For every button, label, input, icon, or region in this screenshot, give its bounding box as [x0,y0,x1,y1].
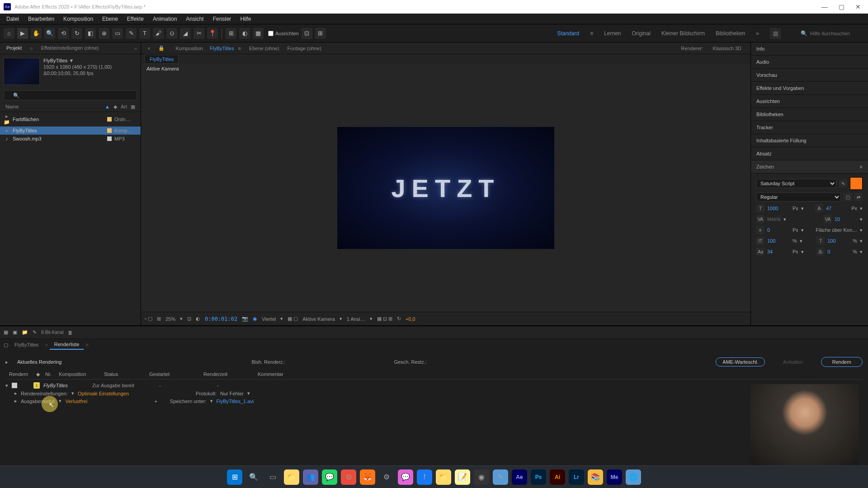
grid-icon[interactable]: ⊞ [157,316,161,322]
refresh-icon[interactable]: ↻ [397,316,401,322]
hscale-value[interactable]: 100 [827,238,850,244]
maximize-icon[interactable]: ▢ [839,3,844,10]
trash-icon[interactable]: 🗑 [68,330,73,335]
timecode[interactable]: 0:00:01:02 [205,316,237,322]
row-checkbox[interactable] [12,383,17,388]
expand-icon[interactable]: ▸ [5,359,8,365]
puppet-tool-icon[interactable]: 📍 [207,28,218,39]
timeline-icon[interactable]: ▢ [4,342,8,348]
taskbar-ae-icon[interactable]: Ae [512,469,527,485]
panel-tracker[interactable]: Tracker [751,121,868,134]
close-icon[interactable]: ✕ [855,3,861,10]
taskbar-teams-icon[interactable]: 👥 [303,469,318,485]
taskbar-lr-icon[interactable]: Lr [569,469,584,485]
vscale-value[interactable]: 100 [767,238,790,244]
zoom-value[interactable]: 25% [165,316,175,322]
panel-zeichen-header[interactable]: Zeichen≡ [751,160,868,174]
kerning-value[interactable]: Metrik [767,216,781,222]
pen-tool-icon[interactable]: ✎ [126,28,137,39]
menu-komposition[interactable]: Komposition [59,14,98,24]
stroke-swatch-icon[interactable]: ▢ [844,193,852,201]
taskbar-facebook-icon[interactable]: f [417,469,432,485]
stroke-width-value[interactable]: 0 [767,227,790,233]
taskbar-search-icon[interactable]: 🔍 [246,469,261,485]
minimize-icon[interactable]: — [821,3,828,10]
workspace-bibliotheken[interactable]: Bibliotheken [716,30,745,37]
type-tool-icon[interactable]: T [139,28,150,39]
viewer-tab-footage[interactable]: Footage (ohne) [285,46,324,51]
tsume-value[interactable]: 0 [827,249,850,254]
bit-depth[interactable]: 8-Bit-Kanal [41,330,63,335]
tracking-value[interactable]: 10 [835,216,857,222]
font-family-select[interactable]: Saturday Script [756,179,836,188]
panel-effekte[interactable]: Effekte und Vorgaben [751,82,868,95]
viewer-close-icon[interactable]: × [145,46,153,51]
color-icon[interactable]: ◉ [253,316,257,322]
panel-menu-icon[interactable]: » [134,46,137,51]
fill-color-swatch[interactable] [850,177,863,190]
proxy-icon[interactable]: ▦ [253,28,264,39]
taskbar-taskview-icon[interactable]: ▭ [265,469,280,485]
taskbar-edit-icon[interactable]: ✎ [493,469,508,485]
roto-tool-icon[interactable]: ✂ [193,28,204,39]
new-folder-icon[interactable]: 📁 [22,329,28,335]
tab-timeline[interactable]: FlyByTitles [10,340,43,349]
flow-tab[interactable]: FlyByTitles [145,55,179,64]
taskbar-start-icon[interactable]: ⊞ [227,469,242,485]
col-label-icon[interactable]: ◆ [112,104,119,110]
workspace-standard[interactable]: Standard [557,30,579,37]
magnify-icon[interactable]: ▫ ▢ [145,316,152,322]
mask-icon[interactable]: ◐ [239,28,250,39]
project-item-folder[interactable]: ▸ 📁 Farbflächen Ordn… [0,112,141,127]
workspace-original[interactable]: Original [632,30,651,37]
workspace-more-icon[interactable]: » [756,30,759,37]
stamp-tool-icon[interactable]: ⊙ [166,28,177,39]
brush-tool-icon[interactable]: 🖌 [153,28,164,39]
align-checkbox[interactable]: Ausrichten [268,31,299,36]
menu-ansicht[interactable]: Ansicht [181,14,208,24]
menu-bearbeiten[interactable]: Bearbeiten [24,14,59,24]
leading-value[interactable]: 47 [826,206,849,211]
eyedropper-icon[interactable]: ✎ [839,179,847,188]
project-item-comp[interactable]: ▪ FlyByTitles Komp… [0,127,141,135]
exposure-offset[interactable]: +0,0 [406,316,415,322]
project-item-audio[interactable]: ♪ Swoosh.mp3 MP3 [0,135,141,143]
menu-datei[interactable]: Datei [2,14,24,24]
camera-dropdown[interactable]: Aktive Kamera [302,316,335,322]
viewer-tab-comp[interactable]: Komposition FlyByTitles ≡ [170,46,243,51]
taskbar-globe-icon[interactable]: 🌐 [626,469,641,485]
panel-fuellung[interactable]: Inhaltsbasierte Füllung [751,134,868,147]
channel-icon[interactable]: ◐ [196,316,200,322]
menu-ebene[interactable]: Ebene [98,14,123,24]
taskbar-me-icon[interactable]: Me [607,469,622,485]
tab-renderliste[interactable]: Renderliste [50,340,84,350]
font-style-select[interactable]: Regular [756,192,841,202]
taskbar-messenger-icon[interactable]: 💬 [398,469,413,485]
tab-effect-settings[interactable]: Effekteinstellungen (ohne) [38,43,102,53]
add-output-icon[interactable]: + [154,399,157,404]
adjust-icon[interactable]: ✎ [33,329,37,335]
viewer-tab-layer[interactable]: Ebene (ohne) [246,46,282,51]
protocol-value[interactable]: Nur Fehler [220,391,244,396]
camera-tool-icon[interactable]: ◧ [85,28,96,39]
snap-grid-icon[interactable]: ⊞ [315,28,326,39]
swap-colors-icon[interactable]: ⇄ [854,193,863,201]
snap-edge-icon[interactable]: ⊡ [302,28,312,39]
taskbar-whatsapp-icon[interactable]: 💬 [322,469,337,485]
viewer-lock-icon[interactable]: 🔒 [156,45,167,51]
font-size-value[interactable]: 1000 [767,206,790,211]
taskbar-ps-icon[interactable]: Ps [531,469,546,485]
settings-expand-icon[interactable]: ▸ [14,390,17,396]
menu-fenster[interactable]: Fenster [208,14,236,24]
shape-tool-icon[interactable]: ▭ [112,28,123,39]
baseline-value[interactable]: 34 [767,249,790,254]
panel-audio[interactable]: Audio [751,56,868,69]
workspace-lernen[interactable]: Lernen [604,30,621,37]
render-queue-row[interactable]: ▾ 1 FlyByTitles Zur Ausgabe bereit - - ▸… [5,380,863,407]
stroke-type-dropdown[interactable]: Fläche über Kon… [807,227,857,233]
anchor-tool-icon[interactable]: ⊕ [99,28,109,39]
home-icon[interactable]: ⌂ [4,28,14,39]
col-type[interactable]: Art [119,104,129,110]
row-expand-icon[interactable]: ▾ [5,383,8,389]
ame-queue-button[interactable]: AME-Warteschl. [716,357,765,366]
